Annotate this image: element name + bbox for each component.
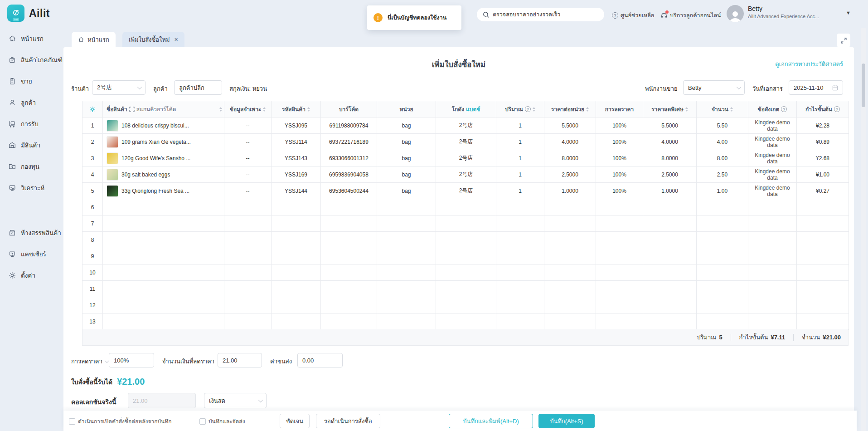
tab-home[interactable]: หน้าแรก xyxy=(72,32,116,47)
table-row-empty[interactable]: 10 xyxy=(82,264,849,281)
qty-cell[interactable] xyxy=(496,297,544,313)
qty-cell[interactable] xyxy=(496,248,544,264)
scan-qr-icon[interactable] xyxy=(129,107,135,112)
open-next-order-checkbox[interactable]: ดำเนินการเปิดคำสั่งซื้อต่อหลังจากบันทึก xyxy=(69,417,171,426)
column-special-price[interactable]: ราคาลดพิเศษ xyxy=(643,101,697,118)
discount-cell[interactable]: 100% xyxy=(596,134,643,150)
avatar[interactable] xyxy=(727,5,744,22)
product-name-cell[interactable]: 108 delicious crispy biscui... xyxy=(103,118,224,134)
sidebar-item-store[interactable]: ห้างสรรพสินค้า xyxy=(0,224,63,241)
help-center-link[interactable]: ? ศูนย์ช่วยเหลือ xyxy=(612,11,654,20)
special-price-cell[interactable] xyxy=(643,232,697,248)
date-input[interactable]: 2025-11-10 xyxy=(789,80,843,95)
unit-price-cell[interactable]: 5.5000 xyxy=(544,118,596,134)
unit-cell[interactable]: bag xyxy=(377,118,436,134)
unit-cell[interactable] xyxy=(377,216,436,232)
unit-price-cell[interactable]: 2.5000 xyxy=(544,167,596,183)
amount-cell[interactable]: 8.00 xyxy=(697,150,748,167)
sidebar-item-analytics[interactable]: วิเคราะห์ xyxy=(0,179,63,196)
table-row[interactable]: 5 33g Qionglong Fresh Sea ... -- YSSJ144… xyxy=(82,183,849,199)
unit-price-cell[interactable]: 4.0000 xyxy=(544,134,596,150)
unit-price-cell[interactable]: 1.0000 xyxy=(544,183,596,199)
unit-cell[interactable] xyxy=(377,297,436,313)
batch-link[interactable]: แบตช์ xyxy=(466,106,480,113)
special-price-cell[interactable] xyxy=(643,313,697,330)
spec-cell[interactable]: -- xyxy=(224,150,272,167)
note-cell[interactable] xyxy=(748,216,797,232)
unit-cell[interactable] xyxy=(377,313,436,330)
unit-cell[interactable]: bag xyxy=(377,167,436,183)
table-row-empty[interactable]: 12 xyxy=(82,297,849,313)
spec-cell[interactable] xyxy=(224,313,272,330)
discount-cell[interactable] xyxy=(596,297,643,313)
sidebar-item-receiving[interactable]: การรับ xyxy=(0,115,63,132)
qty-cell[interactable] xyxy=(496,264,544,281)
amount-cell[interactable]: 5.50 xyxy=(697,118,748,134)
warehouse-cell[interactable] xyxy=(436,216,496,232)
tab-new-purchase-order[interactable]: เพิ่มใบสั่งซื้อใหม่ × xyxy=(122,32,184,47)
special-price-cell[interactable] xyxy=(643,264,697,281)
unit-price-cell[interactable] xyxy=(544,199,596,216)
table-row[interactable]: 4 30g salt baked eggs -- YSSJ169 6959836… xyxy=(82,167,849,183)
table-row-empty[interactable]: 9 xyxy=(82,248,849,264)
unit-price-cell[interactable] xyxy=(544,281,596,297)
sidebar-item-sales[interactable]: ขาย xyxy=(0,73,63,90)
product-name-cell[interactable] xyxy=(103,232,224,248)
unit-price-cell[interactable] xyxy=(544,248,596,264)
discount-cell[interactable]: 100% xyxy=(596,183,643,199)
unit-price-cell[interactable] xyxy=(544,313,596,330)
warehouse-cell[interactable] xyxy=(436,199,496,216)
product-name-cell[interactable]: 109 grams Xian Ge vegeta... xyxy=(103,134,224,150)
amount-cell[interactable] xyxy=(697,216,748,232)
table-row[interactable]: 2 109 grams Xian Ge vegeta... -- YSSJ114… xyxy=(82,134,849,150)
unit-price-cell[interactable] xyxy=(544,297,596,313)
qty-cell[interactable]: 1 xyxy=(496,183,544,199)
note-cell[interactable]: Kingdee demo data xyxy=(748,183,797,199)
sidebar-item-cashier[interactable]: แคชเชียร์ xyxy=(0,245,63,263)
note-cell[interactable] xyxy=(748,281,797,297)
qty-cell[interactable]: 1 xyxy=(496,150,544,167)
sidebar-item-settings[interactable]: ตั้งค่า xyxy=(0,267,63,284)
order-discount-label[interactable]: การลดราคา xyxy=(71,357,108,366)
note-cell[interactable] xyxy=(748,232,797,248)
table-row[interactable]: 3 120g Good Wife's Sansho ... -- YSSJ143… xyxy=(82,150,849,167)
table-row-empty[interactable]: 11 xyxy=(82,281,849,297)
discount-cell[interactable] xyxy=(596,199,643,216)
special-price-cell[interactable] xyxy=(643,281,697,297)
spec-cell[interactable]: -- xyxy=(224,183,272,199)
product-name-cell[interactable] xyxy=(103,264,224,281)
unit-cell[interactable] xyxy=(377,264,436,281)
discount-cell[interactable]: 100% xyxy=(596,167,643,183)
note-cell[interactable] xyxy=(748,297,797,313)
note-cell[interactable] xyxy=(748,248,797,264)
table-row[interactable]: 1 108 delicious crispy biscui... -- YSSJ… xyxy=(82,118,849,134)
spec-cell[interactable]: -- xyxy=(224,167,272,183)
table-row-empty[interactable]: 13 xyxy=(82,313,849,330)
shipping-input[interactable] xyxy=(297,353,343,367)
column-product-name[interactable]: ชื่อสินค้า สแกนคิวอาร์โค้ด xyxy=(103,101,224,118)
checkbox-icon[interactable] xyxy=(69,418,75,425)
unit-price-cell[interactable] xyxy=(544,216,596,232)
discount-cell[interactable] xyxy=(596,264,643,281)
note-cell[interactable]: Kingdee demo data xyxy=(748,150,797,167)
discount-cell[interactable] xyxy=(596,281,643,297)
warehouse-cell[interactable]: 2号店 xyxy=(436,150,496,167)
product-name-cell[interactable] xyxy=(103,281,224,297)
column-spec[interactable]: ข้อมูลจำเพาะ xyxy=(224,101,272,118)
warehouse-cell[interactable] xyxy=(436,264,496,281)
sort-icon[interactable] xyxy=(586,107,589,112)
clear-button[interactable]: ชัดเจน xyxy=(280,414,310,428)
special-price-cell[interactable]: 4.0000 xyxy=(643,134,697,150)
unit-price-cell[interactable] xyxy=(544,264,596,281)
amount-cell[interactable] xyxy=(697,297,748,313)
amount-cell[interactable] xyxy=(697,248,748,264)
sort-icon[interactable] xyxy=(730,107,733,112)
qty-cell[interactable] xyxy=(496,232,544,248)
warehouse-cell[interactable]: 2号店 xyxy=(436,183,496,199)
unit-cell[interactable]: bag xyxy=(377,134,436,150)
sort-icon[interactable] xyxy=(533,107,535,112)
spec-cell[interactable] xyxy=(224,232,272,248)
discount-cell[interactable]: 100% xyxy=(596,118,643,134)
qty-cell[interactable] xyxy=(496,281,544,297)
warehouse-cell[interactable]: 2号店 xyxy=(436,118,496,134)
